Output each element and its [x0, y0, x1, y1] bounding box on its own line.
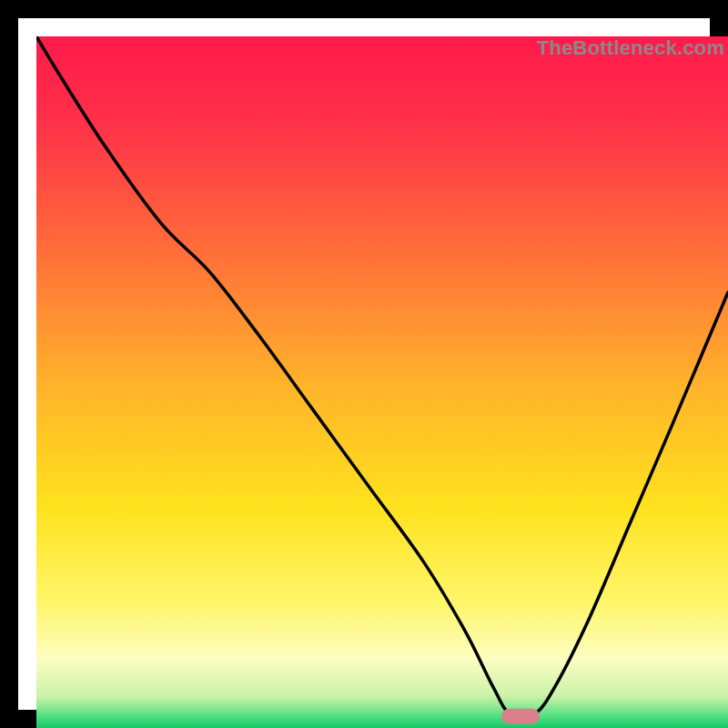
chart-canvas — [36, 36, 728, 728]
optimal-point-marker — [501, 709, 540, 724]
plot-area: TheBottleneck.com — [36, 36, 728, 728]
gradient-background — [36, 36, 728, 728]
watermark-text: TheBottleneck.com — [537, 36, 724, 60]
chart-frame: TheBottleneck.com — [0, 0, 728, 728]
